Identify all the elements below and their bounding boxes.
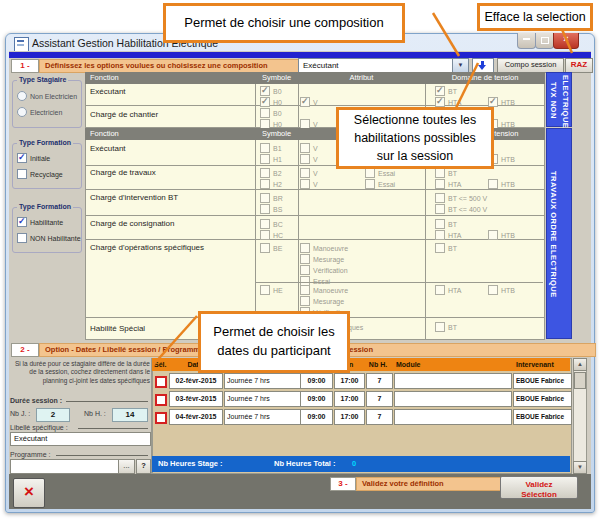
composition-combobox[interactable]: Exécutant bbox=[298, 58, 457, 73]
compo-session-button[interactable]: Compo session bbox=[497, 58, 564, 73]
programme-input[interactable] bbox=[10, 459, 119, 474]
hab-checkbox[interactable]: Mesurage bbox=[300, 254, 344, 264]
hab-checkbox[interactable]: BT <= 500 V bbox=[435, 193, 487, 203]
group-title: Type Formation bbox=[17, 139, 73, 146]
module-cell[interactable] bbox=[394, 409, 512, 425]
radio-non-electricien[interactable]: Non Electricien bbox=[17, 91, 77, 101]
hab-checkbox[interactable]: V bbox=[300, 179, 318, 189]
hab-checkbox[interactable]: Manoeuvre bbox=[300, 285, 348, 295]
checkbox-initiale[interactable]: Initiale bbox=[17, 153, 50, 163]
hab-checkbox[interactable]: BC bbox=[260, 219, 283, 229]
type-cell[interactable]: Journée 7 hrs bbox=[224, 373, 301, 389]
close-button[interactable]: × bbox=[553, 33, 579, 49]
fonction-label: Exécutant bbox=[90, 87, 126, 96]
checkbox-habilitante[interactable]: Habilitante bbox=[17, 217, 63, 227]
hab-checkbox[interactable]: HTA bbox=[435, 230, 461, 240]
hab-checkbox[interactable]: HTB bbox=[488, 179, 515, 189]
checkbox-non-habilitante[interactable]: NON Habilitante bbox=[17, 233, 81, 243]
intervenant-cell[interactable]: EBOUE Fabrice bbox=[513, 409, 572, 425]
nbh-cell[interactable]: 7 bbox=[366, 373, 393, 389]
hab-checkbox[interactable]: H1 bbox=[260, 154, 282, 164]
fin-cell[interactable]: 17:00 bbox=[334, 409, 365, 425]
hab-checkbox[interactable]: V bbox=[300, 97, 318, 107]
date-cell[interactable]: 03-févr-2015 bbox=[169, 391, 223, 407]
hab-checkbox[interactable]: B1 bbox=[260, 143, 282, 153]
debut-cell[interactable]: 09:00 bbox=[300, 373, 333, 389]
libelle-input[interactable]: Exécutant bbox=[10, 432, 151, 446]
hab-checkbox[interactable]: BT bbox=[435, 322, 457, 332]
section1-label: Définissez les options voulues ou choisi… bbox=[39, 59, 302, 73]
hab-checkbox[interactable]: HTA bbox=[435, 97, 461, 107]
nbj-field[interactable]: 2 bbox=[36, 408, 70, 422]
hab-checkbox[interactable]: Mesurage bbox=[300, 296, 344, 306]
scroll-up-icon[interactable]: ▲ bbox=[573, 358, 587, 371]
maximize-button[interactable] bbox=[535, 33, 554, 49]
hab-checkbox[interactable]: HE bbox=[260, 285, 283, 295]
hab-checkbox[interactable]: BE bbox=[260, 243, 282, 253]
nbh-cell[interactable]: 7 bbox=[366, 409, 393, 425]
hab-checkbox[interactable]: V bbox=[300, 168, 318, 178]
callout-text: Efface la selection bbox=[480, 8, 590, 26]
hab-checkbox[interactable]: BT bbox=[435, 168, 457, 178]
module-cell[interactable] bbox=[394, 391, 512, 407]
select-all-arrow-button[interactable] bbox=[472, 58, 494, 73]
divider bbox=[66, 401, 148, 402]
hab-checkbox[interactable]: HTB bbox=[488, 97, 515, 107]
browse-button[interactable]: ... bbox=[118, 459, 135, 474]
hab-checkbox[interactable]: HTB bbox=[488, 285, 515, 295]
sel-checkbox[interactable] bbox=[155, 412, 167, 424]
hab-checkbox[interactable]: V bbox=[300, 154, 318, 164]
intervenant-cell[interactable]: EBOUE Fabrice bbox=[513, 391, 572, 407]
help-button[interactable]: ? bbox=[136, 459, 151, 474]
sel-checkbox[interactable] bbox=[155, 394, 167, 406]
hab-checkbox[interactable]: BR bbox=[260, 193, 283, 203]
checkbox-recyclage[interactable]: Recyclage bbox=[17, 169, 63, 179]
raz-button[interactable]: RAZ bbox=[565, 58, 593, 73]
scroll-down-icon[interactable]: ▼ bbox=[573, 461, 587, 474]
module-cell[interactable] bbox=[394, 373, 512, 389]
hab-checkbox[interactable]: Vérification bbox=[300, 265, 348, 275]
hab-checkbox[interactable]: HTB bbox=[488, 230, 515, 240]
scrollbar-thumb[interactable] bbox=[574, 372, 586, 389]
type-cell[interactable]: Journée 7 hrs bbox=[224, 409, 301, 425]
hab-checkbox[interactable]: V bbox=[300, 143, 318, 153]
hab-checkbox[interactable]: BT <= 400 V bbox=[435, 204, 487, 214]
section3-label: Validez votre définition bbox=[356, 477, 501, 491]
hab-checkbox[interactable]: BT bbox=[435, 219, 457, 229]
hab-checkbox[interactable]: H2 bbox=[260, 179, 282, 189]
sel-checkbox[interactable] bbox=[155, 376, 167, 388]
combobox-dropdown-icon[interactable]: ▼ bbox=[452, 58, 469, 73]
validez-selection-button[interactable]: Validez Sélection bbox=[500, 476, 578, 499]
hab-checkbox[interactable]: Essai bbox=[365, 179, 395, 189]
hab-checkbox[interactable]: B2 bbox=[260, 168, 282, 178]
date-cell[interactable]: 02-févr-2015 bbox=[169, 373, 223, 389]
minimize-button[interactable] bbox=[517, 33, 536, 49]
hab-checkbox[interactable]: H0 bbox=[260, 97, 282, 107]
callout-dates: Permet de choisir les dates du participa… bbox=[198, 311, 350, 373]
hab-checkbox[interactable]: HTA bbox=[435, 285, 461, 295]
hab-checkbox[interactable]: B0 bbox=[260, 86, 282, 96]
debut-cell[interactable]: 09:00 bbox=[300, 409, 333, 425]
hab-checkbox[interactable]: Essai bbox=[365, 168, 395, 178]
radio-electricien[interactable]: Electricien bbox=[17, 107, 62, 117]
hab-checkbox[interactable]: B0 bbox=[260, 108, 282, 118]
nb-heures-total-value: 0 bbox=[352, 456, 356, 472]
type-cell[interactable]: Journée 7 hrs bbox=[224, 391, 301, 407]
hab-checkbox[interactable]: BT bbox=[435, 86, 457, 96]
fin-cell[interactable]: 17:00 bbox=[334, 391, 365, 407]
hab-checkbox[interactable]: BS bbox=[260, 204, 282, 214]
debut-cell[interactable]: 09:00 bbox=[300, 391, 333, 407]
group-type-formation-2: Type Formation bbox=[12, 207, 82, 253]
hab-checkbox[interactable]: BT bbox=[435, 243, 457, 253]
intervenant-cell[interactable]: EBOUE Fabrice bbox=[513, 373, 572, 389]
date-cell[interactable]: 04-févr-2015 bbox=[169, 409, 223, 425]
fin-cell[interactable]: 17:00 bbox=[334, 373, 365, 389]
maximize-icon bbox=[541, 37, 549, 44]
nbh-field[interactable]: 14 bbox=[112, 408, 148, 422]
hab-checkbox[interactable]: HC bbox=[260, 230, 283, 240]
nbh-cell[interactable]: 7 bbox=[366, 391, 393, 407]
hab-checkbox[interactable]: Manoeuvre bbox=[300, 243, 348, 253]
col-fonction: Fonction bbox=[90, 128, 119, 140]
hab-checkbox[interactable]: HTA bbox=[435, 179, 461, 189]
cancel-button[interactable]: × bbox=[13, 478, 45, 508]
